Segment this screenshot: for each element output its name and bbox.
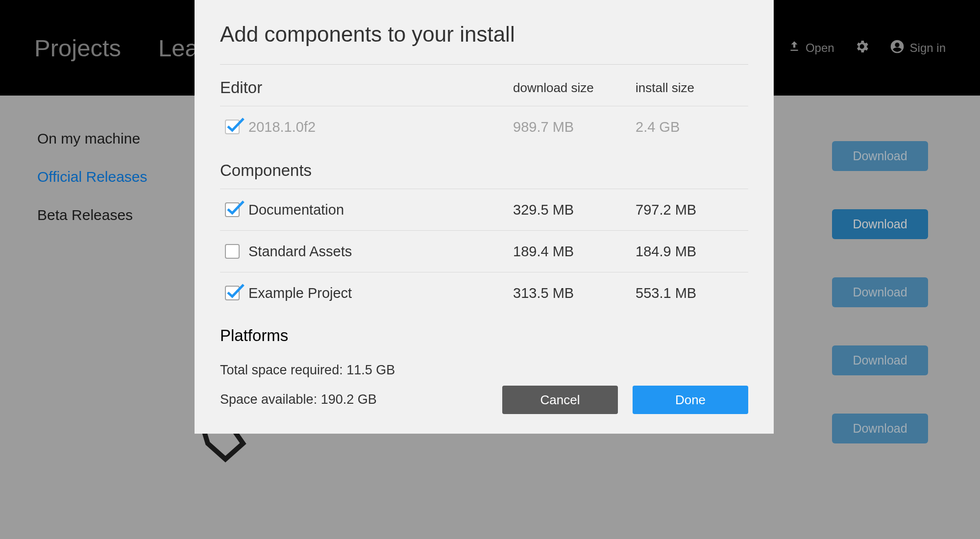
editor-section-header: Editor download size install size xyxy=(220,65,748,106)
documentation-label: Documentation xyxy=(248,202,344,218)
editor-install-size: 2.4 GB xyxy=(626,119,748,135)
standard-assets-install-size: 184.9 MB xyxy=(626,244,748,260)
standard-assets-download-size: 189.4 MB xyxy=(503,244,626,260)
documentation-checkbox[interactable] xyxy=(225,202,240,217)
editor-checkbox xyxy=(225,120,240,134)
modal-footer: Total space required: 11.5 GB Space avai… xyxy=(220,353,748,414)
disk-info: Total space required: 11.5 GB Space avai… xyxy=(220,356,395,414)
example-project-label: Example Project xyxy=(248,285,352,301)
standard-assets-checkbox[interactable] xyxy=(225,244,240,259)
standard-assets-label: Standard Assets xyxy=(248,244,352,260)
space-required-label: Total space required: xyxy=(220,363,343,377)
component-row-example-project[interactable]: Example Project 313.5 MB 553.1 MB xyxy=(220,272,748,314)
documentation-download-size: 329.5 MB xyxy=(503,202,626,218)
example-project-download-size: 313.5 MB xyxy=(503,285,626,301)
editor-title: Editor xyxy=(220,78,503,97)
components-section-header: Components xyxy=(220,147,748,189)
add-components-modal: Add components to your install Editor do… xyxy=(195,0,774,434)
done-button[interactable]: Done xyxy=(633,386,748,414)
space-available-label: Space available: xyxy=(220,392,317,407)
modal-title: Add components to your install xyxy=(220,22,748,47)
editor-row: 2018.1.0f2 989.7 MB 2.4 GB xyxy=(220,106,748,147)
install-size-col: install size xyxy=(626,80,748,96)
example-project-install-size: 553.1 MB xyxy=(626,285,748,301)
component-row-standard-assets[interactable]: Standard Assets 189.4 MB 184.9 MB xyxy=(220,230,748,272)
components-title: Components xyxy=(220,161,503,180)
space-required-value: 11.5 GB xyxy=(346,363,395,377)
documentation-install-size: 797.2 MB xyxy=(626,202,748,218)
platforms-title: Platforms xyxy=(220,314,748,347)
editor-download-size: 989.7 MB xyxy=(503,119,626,135)
component-row-documentation[interactable]: Documentation 329.5 MB 797.2 MB xyxy=(220,189,748,230)
space-available-value: 190.2 GB xyxy=(321,392,377,407)
editor-version-label: 2018.1.0f2 xyxy=(248,119,316,135)
example-project-checkbox[interactable] xyxy=(225,286,240,300)
cancel-button[interactable]: Cancel xyxy=(502,386,618,414)
download-size-col: download size xyxy=(503,80,626,96)
